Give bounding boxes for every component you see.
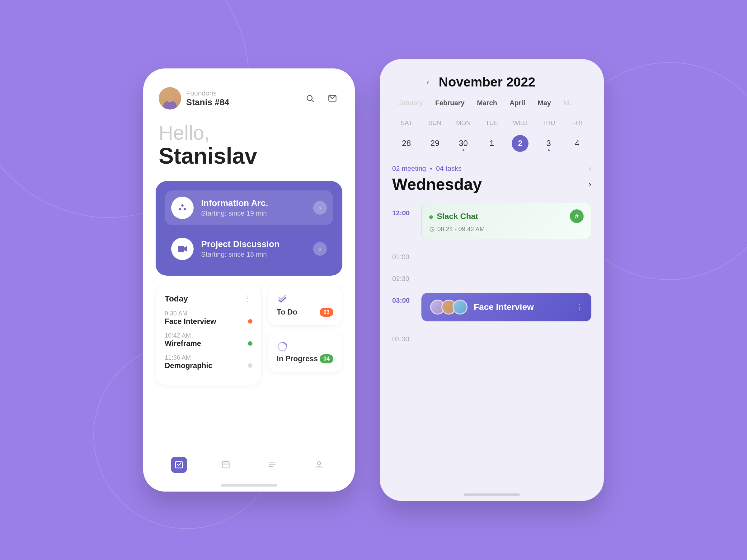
slack-event-header: Slack Chat # (429, 209, 584, 223)
meeting-icon-video (171, 238, 194, 260)
meeting-item-info-arc[interactable]: Information Arc. Starting: since 19 min … (165, 190, 333, 225)
timeslot-0330-line (421, 333, 591, 334)
schedule-time-demo: 11:36 AM (165, 354, 252, 361)
meeting-title: Information Arc. (201, 198, 306, 208)
interview-event[interactable]: Face Interview ⋮ (421, 293, 591, 321)
time-0100: 01:00 (392, 247, 414, 261)
timeslot-0100: 01:00 (392, 247, 591, 261)
inprogress-card[interactable]: In Progress 04 (268, 332, 342, 372)
slack-hashtag-icon: # (570, 209, 584, 223)
inprogress-badge: 04 (320, 354, 333, 364)
calendar-header: ‹ November 2022 (392, 75, 591, 89)
weekday-mon: MON (449, 117, 478, 129)
month-feb[interactable]: February (429, 99, 471, 107)
meeting-subtitle: Starting: since 19 min (201, 209, 306, 217)
month-mar[interactable]: March (471, 99, 503, 107)
bottom-nav (143, 451, 355, 485)
org-label: Foundoris (186, 89, 229, 97)
weekday-fri: FRI (563, 117, 591, 129)
meeting-arrow-icon[interactable]: › (313, 201, 327, 215)
timeslot-1200-content: Slack Chat # 08:24 - 09:42 AM (421, 203, 591, 239)
meeting-project-arrow-icon[interactable]: › (313, 242, 327, 256)
schedule-name-face: Face Interview (165, 317, 216, 326)
month-apr[interactable]: April (503, 99, 531, 107)
hello-text: Hello, (159, 122, 339, 144)
meeting-icon-dots (171, 196, 194, 219)
svg-point-0 (307, 96, 312, 101)
prev-month-button[interactable]: ‹ (427, 77, 429, 87)
user-info-section: Foundoris Stanis #84 (159, 87, 229, 109)
month-jan[interactable]: January (392, 99, 429, 107)
date-2-active[interactable]: 2 (512, 135, 529, 152)
meeting-item-project[interactable]: Project Discussion Starting: since 18 mi… (165, 232, 333, 266)
svg-point-5 (184, 208, 186, 210)
search-icon[interactable] (303, 91, 317, 105)
more-options-icon[interactable]: ⋮ (244, 294, 252, 304)
date-1[interactable]: 1 (490, 135, 494, 152)
svg-point-3 (181, 204, 184, 207)
day-nav-next[interactable]: › (589, 179, 591, 189)
interview-avatars (430, 300, 467, 315)
date-3[interactable]: 3 (546, 135, 551, 152)
nav-item-tasks[interactable] (171, 457, 187, 473)
timeslot-0330: 03:30 (392, 329, 591, 343)
weekday-thu: THU (535, 117, 563, 129)
slack-title: Slack Chat (437, 212, 478, 221)
timeslot-0300: 03:00 (392, 290, 591, 321)
todo-card[interactable]: To Do 03 (268, 285, 342, 326)
check-icon (277, 294, 333, 308)
schedule-name-wire: Wireframe (165, 339, 201, 348)
list-nav-icon (264, 457, 280, 473)
slack-title-row: Slack Chat (429, 212, 478, 221)
bottom-panels: Today ⋮ 9:30 AM Face Interview 10:42 AM … (156, 285, 342, 385)
date-30[interactable]: 30 (459, 135, 468, 152)
schedule-item-demo[interactable]: 11:36 AM Demographic (165, 354, 252, 370)
todo-label-row: To Do 03 (277, 308, 333, 317)
time-0230: 02:30 (392, 268, 414, 283)
user-id-label: Stanis #84 (186, 97, 229, 107)
date-28[interactable]: 28 (402, 135, 411, 152)
svg-point-4 (179, 208, 181, 210)
date-4[interactable]: 4 (575, 135, 579, 152)
mail-icon[interactable] (326, 91, 339, 105)
timeslot-1200: 12:00 Slack Chat # (392, 203, 591, 239)
interview-options-icon[interactable]: ⋮ (576, 303, 583, 311)
timeline: 12:00 Slack Chat # (392, 203, 591, 343)
calendar-content: ‹ November 2022 January February March A… (380, 59, 604, 355)
schedule-time-wire: 10:42 AM (165, 332, 252, 339)
schedule-item-face[interactable]: 9:30 AM Face Interview (165, 310, 252, 326)
nav-item-list[interactable] (264, 457, 280, 473)
svg-line-1 (312, 100, 313, 102)
avatar (159, 87, 181, 109)
week-header: SAT SUN MON TUE WED THU FRI (392, 117, 591, 129)
nav-item-calendar[interactable] (217, 457, 234, 473)
right-home-indicator (464, 494, 520, 496)
todo-badge: 03 (320, 308, 333, 317)
greeting-section: Hello, Stanislav (143, 119, 355, 181)
weekday-sun: SUN (420, 117, 449, 129)
svg-rect-6 (178, 246, 184, 252)
status-dot-green (248, 341, 252, 346)
slack-event[interactable]: Slack Chat # 08:24 - 09:42 AM (421, 203, 591, 239)
right-phone: ‹ November 2022 January February March A… (380, 59, 604, 501)
schedule-item-wire[interactable]: 10:42 AM Wireframe (165, 332, 252, 348)
today-label: Today (165, 294, 188, 304)
day-name-row: Wednesday › (392, 175, 591, 193)
left-header: Foundoris Stanis #84 (143, 69, 355, 119)
schedule-time-face: 9:30 AM (165, 310, 252, 317)
meetings-card: Information Arc. Starting: since 19 min … (156, 181, 342, 276)
nav-item-profile[interactable] (311, 457, 327, 473)
slack-status-dot (429, 215, 433, 219)
time-1200: 12:00 (392, 203, 414, 217)
day-info: 02 meeting • 04 tasks ‹ (392, 164, 591, 173)
today-panel: Today ⋮ 9:30 AM Face Interview 10:42 AM … (156, 285, 261, 385)
svg-marker-7 (184, 246, 187, 252)
inprogress-label: In Progress (277, 354, 318, 363)
month-strip: January February March April May M... (392, 99, 591, 107)
username-text: Stanislav (159, 144, 339, 168)
day-nav-prev[interactable]: ‹ (589, 164, 591, 173)
home-indicator (221, 484, 277, 486)
date-29[interactable]: 29 (431, 135, 439, 152)
calendar-nav-icon (217, 457, 234, 473)
month-may[interactable]: May (531, 99, 557, 107)
